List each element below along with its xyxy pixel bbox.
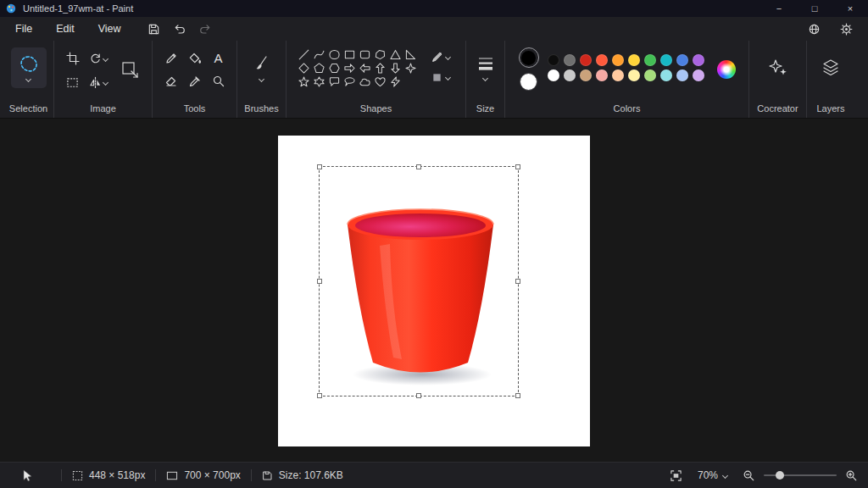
flip-dropdown-chevron-icon[interactable] [102,79,108,85]
shape-star-6-icon[interactable] [312,75,327,88]
selection-handle-sw[interactable] [317,393,322,398]
shape-callout-oval-icon[interactable] [342,75,358,88]
statusbar: 448 × 518px 700 × 700px Size: 107.6KB 70… [0,462,868,488]
color-swatch[interactable] [580,54,592,66]
zoom-slider[interactable] [764,474,837,476]
color-swatch[interactable] [693,69,704,81]
selection-handle-s[interactable] [416,393,421,398]
size-dropdown-chevron-icon[interactable] [482,75,488,81]
cocreator-button[interactable] [760,47,797,88]
shape-right-triangle-icon[interactable] [403,47,419,61]
menu-view[interactable]: View [86,17,133,41]
selection-handle-e[interactable] [515,279,520,284]
magnifier-tool-button[interactable] [208,70,230,92]
select-pixels-button[interactable] [62,71,84,93]
fill-tool-button[interactable] [184,47,206,69]
shape-arrow-up-icon[interactable] [373,61,388,75]
shape-heart-icon[interactable] [373,75,388,88]
fit-to-window-button[interactable] [670,469,682,482]
color1-swatch[interactable] [519,47,539,68]
pencil-tool-button[interactable] [160,47,182,69]
maximize-button[interactable]: □ [797,0,832,17]
rotate-button[interactable] [86,47,111,69]
color-swatch[interactable] [612,69,624,81]
edit-colors-wheel-button[interactable] [717,60,736,79]
shape-star-4-icon[interactable] [403,61,419,75]
shape-arrow-down-icon[interactable] [388,61,403,75]
size-button[interactable] [470,47,501,88]
shape-arrow-left-icon[interactable] [358,61,373,75]
color-swatch[interactable] [676,69,688,81]
zoom-out-button[interactable] [743,469,755,482]
color-swatch[interactable] [596,54,608,66]
selection-handle-n[interactable] [416,164,421,169]
text-tool-button[interactable]: A [208,47,230,69]
crop-button[interactable] [62,47,84,69]
shape-diamond-icon[interactable] [297,61,312,75]
color-swatch[interactable] [596,69,608,81]
color-swatch[interactable] [612,54,624,66]
selection-handle-nw[interactable] [317,164,322,169]
undo-button[interactable] [167,19,192,39]
color-swatch[interactable] [660,54,672,66]
shape-callout-cloud-icon[interactable] [358,75,373,88]
shape-oval-icon[interactable] [327,47,342,61]
zoom-in-button[interactable] [845,469,858,482]
free-select-icon [18,54,40,75]
zoom-level-dropdown[interactable]: 70% [691,467,734,484]
selection-handle-w[interactable] [317,279,322,284]
save-button[interactable] [142,19,167,39]
shape-triangle-icon[interactable] [388,47,403,61]
resize-button[interactable] [116,56,145,85]
flip-button[interactable] [86,71,111,93]
shape-star-5-icon[interactable] [297,75,312,88]
paint-app-icon [6,3,16,14]
selection-handle-se[interactable] [515,393,520,398]
shape-arrow-right-icon[interactable] [342,61,358,75]
color-swatch[interactable] [693,54,704,66]
selection-handle-ne[interactable] [515,164,520,169]
selection-dropdown-chevron-icon[interactable] [25,76,31,82]
shape-outline-dropdown[interactable] [426,49,456,64]
color-swatch[interactable] [580,69,592,81]
color-swatch[interactable] [564,69,576,81]
color-swatch[interactable] [548,54,559,66]
color-swatch[interactable] [644,69,656,81]
minimize-button[interactable]: − [761,0,797,17]
layers-button[interactable] [812,47,849,88]
redo-button[interactable] [192,19,218,39]
shape-pentagon-icon[interactable] [312,61,327,75]
color-swatch[interactable] [676,54,688,66]
shape-rectangle-icon[interactable] [342,47,358,61]
color-swatch[interactable] [644,54,656,66]
brushes-dropdown-chevron-icon[interactable] [259,75,264,81]
selection-marquee[interactable] [319,166,519,396]
color2-swatch[interactable] [520,73,537,91]
brushes-button[interactable] [245,47,279,88]
shape-polygon-icon[interactable] [373,47,388,61]
shape-callout-rounded-icon[interactable] [327,75,342,88]
shape-curve-icon[interactable] [312,47,327,61]
menu-edit[interactable]: Edit [44,17,86,41]
shape-line-icon[interactable] [297,47,312,61]
settings-button[interactable] [834,19,858,39]
feedback-globe-button[interactable] [802,19,826,39]
zoom-slider-handle[interactable] [776,471,784,480]
shape-hexagon-icon[interactable] [327,61,342,75]
close-button[interactable]: × [832,0,868,17]
color-swatch[interactable] [548,69,559,81]
shape-fill-dropdown[interactable] [426,69,456,85]
color-swatch[interactable] [660,69,672,81]
menu-file[interactable]: File [3,17,44,41]
color-swatch[interactable] [628,69,640,81]
shape-fill-icon [431,72,442,83]
eraser-tool-button[interactable] [160,70,182,92]
color-swatch[interactable] [564,54,576,66]
canvas[interactable] [278,136,590,446]
eyedropper-tool-button[interactable] [184,70,206,92]
color-swatch[interactable] [628,54,640,66]
rotate-dropdown-chevron-icon[interactable] [102,55,108,61]
shape-rounded-rectangle-icon[interactable] [358,47,373,61]
selection-tool-button[interactable] [11,47,47,88]
shape-lightning-icon[interactable] [388,75,403,88]
